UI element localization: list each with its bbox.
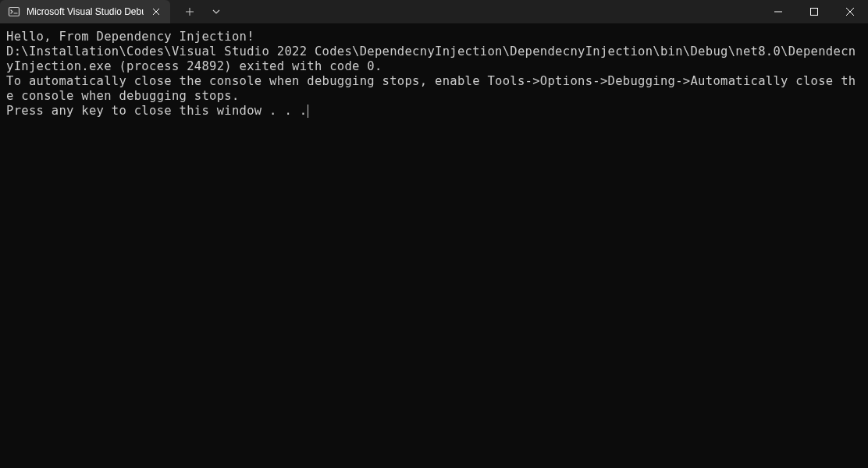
text-cursor [308, 105, 308, 118]
titlebar-drag-area[interactable] [229, 0, 760, 23]
tab-dropdown-button[interactable] [203, 0, 229, 23]
console-line: Press any key to close this window . . . [6, 104, 862, 119]
terminal-icon [8, 5, 20, 18]
terminal-window: Microsoft Visual Studio Debug [0, 0, 868, 468]
svg-rect-0 [9, 8, 20, 16]
maximize-button[interactable] [796, 0, 832, 23]
tab-title: Microsoft Visual Studio Debug [27, 6, 144, 17]
tab-area: Microsoft Visual Studio Debug [0, 0, 229, 23]
console-line: Hello, From Dependency Injection! [6, 30, 862, 44]
minimize-button[interactable] [760, 0, 796, 23]
tab-controls [170, 0, 229, 23]
close-button[interactable] [832, 0, 868, 23]
window-controls [760, 0, 868, 23]
titlebar: Microsoft Visual Studio Debug [0, 0, 868, 23]
new-tab-button[interactable] [176, 0, 203, 23]
svg-rect-1 [811, 9, 818, 16]
console-line: D:\Installation\Codes\Visual Studio 2022… [6, 44, 862, 74]
tab-active[interactable]: Microsoft Visual Studio Debug [0, 0, 170, 23]
console-line: To automatically close the console when … [6, 74, 862, 104]
console-text: Press any key to close this window . . . [6, 104, 307, 118]
tab-close-button[interactable] [150, 5, 162, 18]
terminal-output[interactable]: Hello, From Dependency Injection!D:\Inst… [0, 23, 868, 468]
